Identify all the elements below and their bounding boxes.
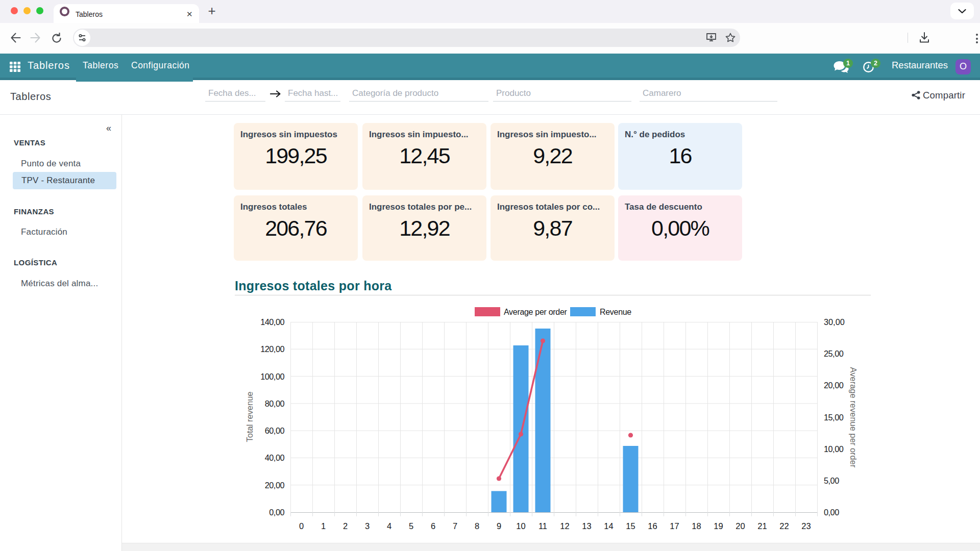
svg-text:20: 20 xyxy=(736,521,745,531)
svg-text:60,00: 60,00 xyxy=(265,426,285,435)
svg-text:140,00: 140,00 xyxy=(260,317,284,327)
svg-text:120,00: 120,00 xyxy=(260,344,284,354)
svg-text:15: 15 xyxy=(626,521,635,531)
svg-text:19: 19 xyxy=(714,521,723,531)
svg-text:11: 11 xyxy=(538,521,547,531)
svg-text:10,00: 10,00 xyxy=(824,444,844,454)
svg-text:40,00: 40,00 xyxy=(265,453,285,462)
svg-text:8: 8 xyxy=(475,521,479,531)
svg-text:3: 3 xyxy=(365,521,370,531)
svg-text:20,00: 20,00 xyxy=(265,481,285,490)
svg-text:14: 14 xyxy=(604,521,613,531)
svg-text:1: 1 xyxy=(321,521,326,531)
svg-text:Revenue: Revenue xyxy=(600,308,631,316)
svg-text:4: 4 xyxy=(387,521,391,531)
svg-text:18: 18 xyxy=(692,521,701,531)
svg-text:22: 22 xyxy=(779,521,789,531)
svg-text:12: 12 xyxy=(560,521,569,531)
svg-text:25,00: 25,00 xyxy=(824,349,844,358)
svg-text:30,00: 30,00 xyxy=(824,317,845,327)
svg-text:16: 16 xyxy=(648,521,657,531)
svg-text:Average revenue per order: Average revenue per order xyxy=(849,367,858,468)
svg-text:13: 13 xyxy=(582,521,591,531)
svg-text:0: 0 xyxy=(299,521,304,531)
svg-text:2: 2 xyxy=(343,521,348,531)
svg-text:80,00: 80,00 xyxy=(265,399,285,408)
svg-text:Average per order: Average per order xyxy=(504,308,568,316)
svg-text:5,00: 5,00 xyxy=(824,476,839,485)
svg-text:0,00: 0,00 xyxy=(824,508,839,517)
svg-text:10: 10 xyxy=(516,521,525,531)
svg-text:5: 5 xyxy=(409,521,413,531)
svg-text:23: 23 xyxy=(801,521,811,531)
svg-text:Total revenue: Total revenue xyxy=(245,391,254,442)
svg-text:100,00: 100,00 xyxy=(260,372,284,381)
svg-text:20,00: 20,00 xyxy=(824,381,844,390)
svg-text:7: 7 xyxy=(453,521,457,531)
svg-text:15,00: 15,00 xyxy=(824,413,844,422)
svg-text:17: 17 xyxy=(670,521,679,531)
svg-text:0,00: 0,00 xyxy=(269,508,284,517)
svg-text:9: 9 xyxy=(497,521,501,531)
svg-text:6: 6 xyxy=(431,521,435,531)
svg-text:21: 21 xyxy=(757,521,767,531)
